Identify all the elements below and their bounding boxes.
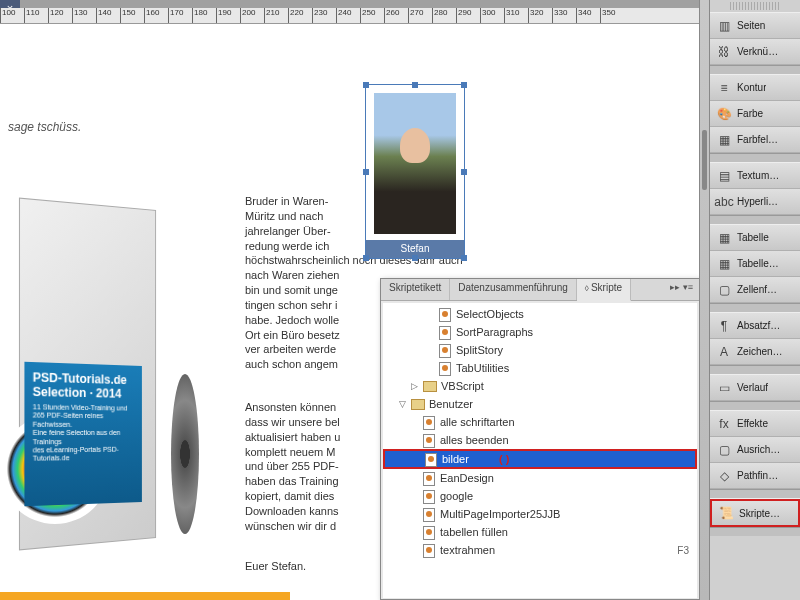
panel-button-effects[interactable]: fxEffekte [710, 411, 800, 437]
color-icon: 🎨 [716, 106, 732, 122]
scripts-panel[interactable]: SkriptetikettDatenzusammenführungSkripte… [380, 278, 700, 600]
resize-handle[interactable] [412, 255, 418, 261]
script-selectobjects[interactable]: SelectObjects [383, 305, 697, 323]
script-icon [439, 344, 451, 356]
panel-button-hyperlinks[interactable]: abcHyperli… [710, 189, 800, 215]
panel-menu-icon[interactable]: ▸▸ ▾≡ [664, 279, 699, 300]
panel-button-table-styles[interactable]: ▦Tabelle… [710, 251, 800, 277]
ruler-tick: 310 [504, 8, 528, 23]
script-splitstory[interactable]: SplitStory [383, 341, 697, 359]
ruler-tick: 220 [288, 8, 312, 23]
resize-handle[interactable] [363, 255, 369, 261]
tree-item-label: EanDesign [440, 472, 494, 484]
ruler-tick: 170 [168, 8, 192, 23]
panel-label: Textum… [737, 170, 779, 181]
shortcut-label: F3 [677, 545, 689, 556]
script-multipageimporter25jjb[interactable]: MultiPageImporter25JJB [383, 505, 697, 523]
panel-label: Verlauf [737, 382, 768, 393]
ruler-tick: 200 [240, 8, 264, 23]
panel-button-gradient[interactable]: ▭Verlauf [710, 375, 800, 401]
resize-handle[interactable] [461, 255, 467, 261]
script-tabellen-füllen[interactable]: tabellen füllen [383, 523, 697, 541]
ruler-tick: 210 [264, 8, 288, 23]
panel-button-pages[interactable]: ▥Seiten [710, 13, 800, 39]
panel-button-paragraph-styles[interactable]: ¶Absatzf… [710, 313, 800, 339]
character-styles-icon: A [716, 344, 732, 360]
selected-image-frame[interactable]: Stefan [365, 84, 465, 259]
effects-icon: fx [716, 416, 732, 432]
panel-button-pathfinder[interactable]: ◇Pathfin… [710, 463, 800, 489]
ruler-tick: 110 [24, 8, 48, 23]
tree-item-label: TabUtilities [456, 362, 509, 374]
panel-button-cell-styles[interactable]: ▢Zellenf… [710, 277, 800, 303]
scripts-tree[interactable]: SelectObjectsSortParagraphsSplitStoryTab… [383, 303, 697, 598]
folder-vbscript[interactable]: ▷VBScript [383, 377, 697, 395]
panel-label: Seiten [737, 20, 765, 31]
dock-grip[interactable] [730, 2, 780, 10]
resize-handle[interactable] [461, 169, 467, 175]
cursor-icon: ( ) [499, 453, 509, 465]
script-bilder[interactable]: bilder( ) [383, 449, 697, 469]
panel-label: Skripte… [739, 508, 780, 519]
ruler-tick: 140 [96, 8, 120, 23]
script-icon [439, 308, 451, 320]
script-eandesign[interactable]: EanDesign [383, 469, 697, 487]
panel-button-scripts[interactable]: 📜Skripte… [710, 499, 800, 527]
panel-button-links[interactable]: ⛓Verknü… [710, 39, 800, 65]
panel-dock: ▥Seiten⛓Verknü…≡Kontur🎨Farbe▦Farbfel…▤Te… [709, 0, 800, 600]
tree-item-label: Benutzer [429, 398, 473, 410]
ruler-tick: 150 [120, 8, 144, 23]
panel-button-table[interactable]: ▦Tabelle [710, 225, 800, 251]
tab-skripte[interactable]: Skripte [577, 279, 631, 301]
panel-label: Pathfin… [737, 470, 778, 481]
table-icon: ▦ [716, 230, 732, 246]
script-alles-beenden[interactable]: alles beenden [383, 431, 697, 449]
photo-placeholder [374, 93, 456, 234]
script-textrahmen[interactable]: textrahmenF3 [383, 541, 697, 559]
ruler-tick: 230 [312, 8, 336, 23]
panel-label: Absatzf… [737, 320, 780, 331]
resize-handle[interactable] [363, 169, 369, 175]
panel-button-color[interactable]: 🎨Farbe [710, 101, 800, 127]
script-sortparagraphs[interactable]: SortParagraphs [383, 323, 697, 341]
pathfinder-icon: ◇ [716, 468, 732, 484]
folder-benutzer[interactable]: ▽Benutzer [383, 395, 697, 413]
panel-label: Hyperli… [737, 196, 778, 207]
tree-toggle-icon[interactable]: ▽ [399, 399, 409, 409]
body-text-2: Ansonsten können dass wir unsere bel akt… [245, 400, 385, 534]
ruler-tick: 350 [600, 8, 624, 23]
tab-skriptetikett[interactable]: Skriptetikett [381, 279, 450, 300]
script-icon [439, 362, 451, 374]
script-icon [423, 472, 435, 484]
ruler-tick: 180 [192, 8, 216, 23]
tree-toggle-icon[interactable]: ▷ [411, 381, 421, 391]
resize-handle[interactable] [412, 82, 418, 88]
tagline-text: sage tschüss. [8, 120, 81, 134]
pages-icon: ▥ [716, 18, 732, 34]
panel-button-text-wrap[interactable]: ▤Textum… [710, 163, 800, 189]
stroke-icon: ≡ [716, 80, 732, 96]
resize-handle[interactable] [461, 82, 467, 88]
scripts-icon: 📜 [718, 505, 734, 521]
panel-label: Verknü… [737, 46, 778, 57]
tree-item-label: MultiPageImporter25JJB [440, 508, 560, 520]
tree-item-label: VBScript [441, 380, 484, 392]
tree-item-label: google [440, 490, 473, 502]
ruler-horizontal[interactable]: 1001101201301401501601701801902002102202… [0, 8, 700, 24]
collapsed-panel-strip[interactable] [699, 0, 709, 600]
resize-handle[interactable] [363, 82, 369, 88]
panel-button-align[interactable]: ▢Ausrich… [710, 437, 800, 463]
script-google[interactable]: google [383, 487, 697, 505]
tree-item-label: tabellen füllen [440, 526, 508, 538]
script-tabutilities[interactable]: TabUtilities [383, 359, 697, 377]
panel-button-stroke[interactable]: ≡Kontur [710, 75, 800, 101]
tab-datenzusammenführung[interactable]: Datenzusammenführung [450, 279, 577, 300]
panel-label: Tabelle [737, 232, 769, 243]
panel-button-swatches[interactable]: ▦Farbfel… [710, 127, 800, 153]
tree-item-label: SortParagraphs [456, 326, 533, 338]
script-alle-schriftarten[interactable]: alle schriftarten [383, 413, 697, 431]
panel-button-character-styles[interactable]: AZeichen… [710, 339, 800, 365]
ruler-tick: 190 [216, 8, 240, 23]
ruler-tick: 290 [456, 8, 480, 23]
script-icon [423, 544, 435, 556]
